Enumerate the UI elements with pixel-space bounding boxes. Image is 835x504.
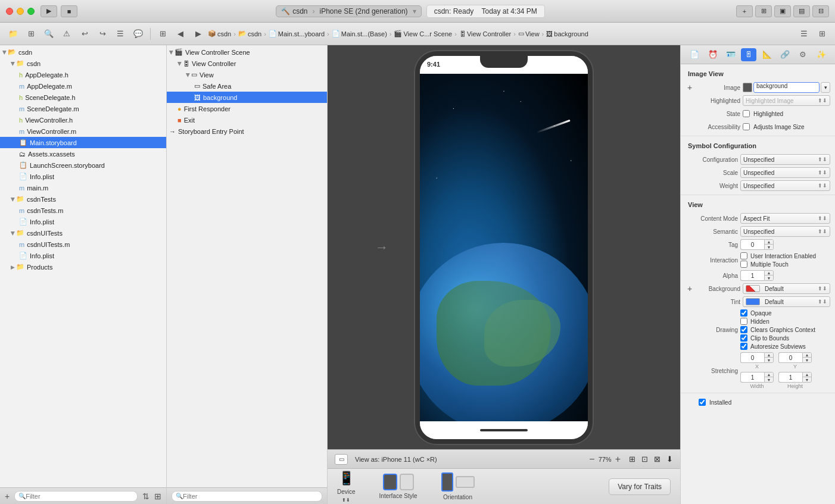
panel3-button[interactable]: ⊟ (812, 5, 829, 17)
sidebar-item-launchscreen[interactable]: 📋 LaunchScreen.storyboard (0, 159, 166, 171)
background-select[interactable]: Default ⬆⬇ (743, 283, 830, 294)
image-plus-btn[interactable]: + (686, 83, 694, 92)
scene-item-background[interactable]: 🖼 background (167, 92, 327, 103)
breadcrumb-mainbase[interactable]: 📄Main.st...(Base) (332, 30, 387, 37)
grid-btn[interactable]: ⊞ (154, 27, 171, 41)
breadcrumb-viewcontroller[interactable]: 🎛View Controller (459, 30, 511, 37)
add-button[interactable]: + (736, 5, 753, 17)
panel-button[interactable]: ▣ (774, 5, 791, 17)
stretch-x-input[interactable] (740, 352, 764, 363)
scale-select[interactable]: Unspecified ⬆⬇ (740, 167, 830, 178)
inspector-tab-file[interactable]: 📄 (687, 48, 702, 61)
stretch-w-up[interactable]: ▲ (765, 372, 773, 377)
image-value-input[interactable]: background (753, 82, 820, 93)
stretch-x-down[interactable]: ▼ (765, 358, 773, 362)
forward-btn[interactable]: ▶ (190, 27, 207, 41)
sidebar-item-assets[interactable]: 🗂 Assets.xcassets (0, 148, 166, 159)
scene-item-vc[interactable]: ▶ 🎛 View Controller (167, 58, 327, 69)
scheme-selector[interactable]: 🔨 csdn › iPhone SE (2nd generation) ▾ (276, 5, 421, 17)
interface-style-selector[interactable]: Interface Style (379, 474, 418, 499)
scene-item-safe-area[interactable]: ▭ Safe Area (167, 80, 327, 92)
user-interaction-checkbox[interactable] (740, 252, 747, 259)
stretch-h-down[interactable]: ▼ (803, 377, 811, 382)
clip-bounds-checkbox[interactable] (740, 334, 747, 342)
breadcrumb-csdn2[interactable]: 📂csdn (238, 30, 261, 37)
sort-btn[interactable]: ⇅ (142, 492, 149, 501)
zoom-in-btn[interactable]: + (615, 454, 621, 465)
run-button[interactable]: ▶ (40, 5, 57, 17)
tag-step-up[interactable]: ▲ (765, 240, 773, 245)
canvas-view-btn[interactable]: ▭ (335, 454, 348, 465)
scene-filter-input[interactable] (183, 493, 318, 500)
warning-btn[interactable]: ⚠ (58, 27, 75, 41)
sidebar-item-info-plist[interactable]: 📄 Info.plist (0, 171, 166, 182)
canvas-arrange-btn[interactable]: ⊠ (654, 455, 660, 464)
canvas-content[interactable]: → 9:41 (328, 45, 680, 449)
assistant-editor-btn[interactable]: ⊞ (814, 27, 830, 41)
stretch-x-up[interactable]: ▲ (765, 353, 773, 358)
breadcrumb-viewscene[interactable]: 🎬View C...r Scene (394, 30, 452, 37)
semantic-select[interactable]: Unspecified ⬆⬇ (740, 226, 830, 237)
device-selector[interactable]: 📱 Device ⬆⬇ (337, 471, 356, 503)
related-items-btn[interactable]: ☰ (796, 27, 812, 41)
stretch-y-down[interactable]: ▼ (803, 358, 811, 362)
sidebar-group-csdn[interactable]: ▶ 📂 csdn (0, 46, 166, 58)
breadcrumb-csdn1[interactable]: 📦csdn (208, 30, 231, 37)
undo-btn[interactable]: ↩ (76, 27, 93, 41)
scene-item-entry-point[interactable]: → Storyboard Entry Point (167, 126, 327, 137)
redo-btn[interactable]: ↪ (94, 27, 111, 41)
accessibility-checkbox[interactable] (743, 123, 750, 130)
highlighted-select[interactable]: Highlighted Image ⬆⬇ (743, 95, 830, 106)
canvas-options-btn[interactable]: ⊞ (629, 455, 635, 464)
installed-checkbox[interactable] (699, 399, 706, 406)
sidebar-subgroup-csdn[interactable]: ▶ 📁 csdn (0, 58, 166, 69)
weight-select[interactable]: Unspecified ⬆⬇ (740, 180, 830, 191)
zoom-out-btn[interactable]: − (589, 454, 594, 465)
inspector-tab-clock[interactable]: ⏰ (705, 48, 721, 61)
comment-btn[interactable]: 💬 (130, 27, 147, 41)
panel2-button[interactable]: ▤ (793, 5, 810, 17)
stretch-w-input[interactable] (740, 372, 764, 383)
stop-button[interactable]: ■ (61, 5, 77, 17)
filter-input[interactable] (26, 493, 133, 500)
highlighted-plus-btn[interactable]: + (686, 96, 694, 105)
sidebar-item-viewcontroller-h[interactable]: h ViewController.h (0, 114, 166, 126)
sidebar-group-csdnuitests[interactable]: ▶ 📁 csdnUITests (0, 227, 166, 239)
close-button[interactable] (6, 8, 13, 15)
sidebar-group-products[interactable]: ▶ 📁 Products (0, 261, 166, 273)
sidebar-item-scenedelegate-h[interactable]: h SceneDelegate.h (0, 92, 166, 103)
installed-plus-btn[interactable]: + (686, 398, 694, 406)
inspector-tab-size[interactable]: 📐 (759, 48, 775, 61)
sidebar-item-csdntests-plist[interactable]: 📄 Info.plist (0, 216, 166, 227)
sidebar-item-main-m[interactable]: m main.m (0, 182, 166, 193)
image-dropdown-btn[interactable]: ▾ (821, 82, 830, 93)
configuration-select[interactable]: Unspecified ⬆⬇ (740, 154, 830, 165)
stretch-y-input[interactable] (778, 352, 802, 363)
canvas-download-btn[interactable]: ⬇ (666, 455, 673, 464)
alpha-step-up[interactable]: ▲ (765, 271, 773, 276)
autoresize-checkbox[interactable] (740, 343, 747, 350)
show-symbols-btn[interactable]: ⊞ (23, 27, 39, 41)
content-mode-select[interactable]: Aspect Fit ⬆⬇ (740, 213, 830, 224)
inspector-tab-connections[interactable]: 🔗 (777, 48, 793, 61)
clears-graphics-checkbox[interactable] (740, 326, 747, 333)
add-file-btn[interactable]: + (5, 492, 10, 501)
list-btn[interactable]: ☰ (112, 27, 129, 41)
sidebar-item-mainstoryboard[interactable]: 📋 Main.storyboard (0, 137, 166, 148)
sidebar-item-csdnuitests-plist[interactable]: 📄 Info.plist (0, 250, 166, 261)
scene-item-view[interactable]: ▶ ▭ View (167, 69, 327, 80)
minimize-button[interactable] (17, 8, 24, 15)
orientation-selector[interactable]: Orientation (441, 472, 475, 500)
breadcrumb-view[interactable]: ▭View (518, 30, 540, 37)
tint-select[interactable]: Default ⬆⬇ (743, 296, 830, 307)
sidebar-item-csdntests-m[interactable]: m csdnTests.m (0, 205, 166, 216)
sidebar-item-scenedelegate-m[interactable]: m SceneDelegate.m (0, 103, 166, 114)
scene-item-first-responder[interactable]: ● First Responder (167, 103, 327, 114)
options-btn[interactable]: ⊞ (154, 492, 161, 501)
stretch-h-input[interactable] (778, 372, 802, 383)
scene-item-exit[interactable]: ■ Exit (167, 114, 327, 126)
split-view-button[interactable]: ⊞ (755, 5, 772, 17)
tint-plus-btn[interactable]: + (686, 298, 694, 306)
sidebar-item-viewcontroller-m[interactable]: m ViewController.m (0, 126, 166, 137)
inspector-tab-bindings[interactable]: ⚙ (795, 48, 811, 61)
